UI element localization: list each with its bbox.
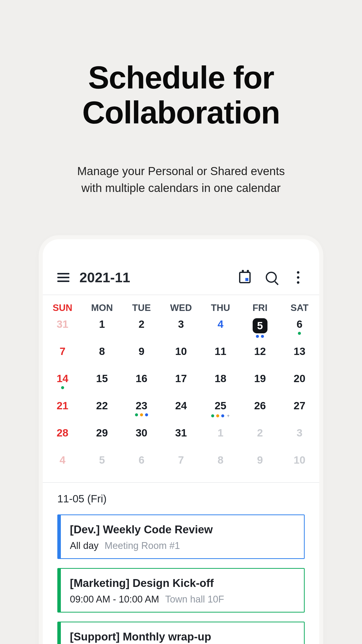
day-number: 27 [294,400,305,412]
day-number: 9 [139,345,144,357]
day-cell[interactable]: 24 [161,399,201,426]
search-icon [266,272,277,283]
day-cell[interactable]: 5 [240,317,280,344]
weeks-container: 3112345678910111213141516171819202122232… [43,317,319,480]
day-cell[interactable]: 12 [240,344,280,372]
event-card[interactable]: [Support] Monthly wrap-up09:00 AM -Meeti… [57,622,305,644]
day-cell[interactable]: 7 [161,453,201,480]
event-dot-icon [298,332,301,335]
day-cell[interactable]: 2 [122,317,161,344]
hero-title: Schedule for Collaboration [20,60,342,130]
day-cell[interactable]: 29 [82,426,122,453]
event-title: [Dev.] Weekly Code Review [70,523,295,536]
event-dot-icon [216,414,219,417]
day-cell[interactable]: 4 [43,453,82,480]
day-cell[interactable]: 16 [122,372,161,399]
day-cell[interactable]: 31 [43,317,82,344]
day-cell[interactable]: 1 [201,426,240,453]
day-number: 4 [217,318,223,330]
day-number: 24 [175,400,187,412]
day-number: 22 [96,400,108,412]
day-cell[interactable]: 3 [280,426,319,453]
more-button[interactable] [292,271,305,284]
day-cell[interactable]: 21 [43,399,82,426]
day-cell[interactable]: 1 [82,317,122,344]
day-cell[interactable]: 9 [122,344,161,372]
day-number: 31 [57,318,68,330]
weekday-label: SAT [280,295,319,317]
day-cell[interactable]: 14 [43,372,82,399]
day-cell[interactable]: 9 [240,453,280,480]
day-cell[interactable]: 22 [82,399,122,426]
day-cell[interactable]: 10 [161,344,201,372]
day-cell[interactable]: 10 [280,453,319,480]
week-row: 2122232425+2627 [43,399,319,426]
day-cell[interactable]: 19 [240,372,280,399]
day-cell[interactable]: 3 [161,317,201,344]
day-number: 11 [215,345,227,357]
day-cell[interactable]: 28 [43,426,82,453]
day-number: 23 [135,400,147,412]
kebab-icon [297,271,299,284]
event-dot-icon [261,335,264,338]
day-cell[interactable]: 2 [240,426,280,453]
event-title: [Support] Monthly wrap-up [70,630,295,643]
weekday-label: THU [201,295,240,317]
day-cell[interactable]: 25+ [201,399,240,426]
day-cell[interactable]: 23 [122,399,161,426]
weekday-label: MON [82,295,122,317]
day-number: 10 [294,454,305,466]
event-location: Town hall 10F [165,594,224,605]
search-button[interactable] [265,271,278,284]
day-number: 1 [99,318,105,330]
week-row: 28293031123 [43,426,319,453]
more-events-icon: + [227,413,230,418]
day-cell[interactable]: 4 [201,317,240,344]
event-dot-icon [211,414,214,417]
event-location: Meeting Room #1 [105,540,180,551]
day-cell[interactable]: 31 [161,426,201,453]
day-cell[interactable]: 8 [82,344,122,372]
today-button[interactable] [238,271,251,284]
day-cell[interactable]: 6 [280,317,319,344]
month-selector[interactable]: 2021-11 [79,269,228,286]
day-cell[interactable]: 27 [280,399,319,426]
day-cell[interactable]: 15 [82,372,122,399]
event-card[interactable]: [Dev.] Weekly Code ReviewAll dayMeeting … [57,514,305,559]
menu-icon[interactable] [57,273,69,282]
day-number: 18 [215,373,227,385]
day-number: 2 [139,318,144,330]
day-cell[interactable]: 6 [122,453,161,480]
day-number: 26 [254,400,266,412]
day-cell[interactable]: 17 [161,372,201,399]
event-indicators [256,335,264,338]
day-number: 19 [254,373,266,385]
day-number: 28 [57,427,68,439]
day-cell[interactable]: 26 [240,399,280,426]
event-meta: 09:00 AM - 10:00 AMTown hall 10F [70,594,295,605]
event-time: 09:00 AM - 10:00 AM [70,594,159,605]
calendar-icon [239,272,251,283]
event-list: [Dev.] Weekly Code ReviewAll dayMeeting … [57,514,305,644]
day-cell[interactable]: 13 [280,344,319,372]
day-cell[interactable]: 5 [82,453,122,480]
day-number: 9 [257,454,263,466]
day-number: 1 [217,427,223,439]
day-number: 6 [297,318,302,330]
calendar-grid: SUNMONTUEWEDTHUFRISAT 311234567891011121… [43,295,319,480]
day-number: 30 [135,427,147,439]
day-number: 16 [135,373,147,385]
day-cell[interactable]: 11 [201,344,240,372]
day-cell[interactable]: 20 [280,372,319,399]
day-cell[interactable]: 30 [122,426,161,453]
day-number: 5 [253,318,267,333]
day-cell[interactable]: 8 [201,453,240,480]
day-cell[interactable]: 7 [43,344,82,372]
event-dot-icon [256,335,259,338]
day-number: 25 [215,400,227,412]
event-card[interactable]: [Marketing] Design Kick-off09:00 AM - 10… [57,568,305,613]
event-dot-icon [145,413,148,416]
event-indicators [298,332,301,335]
day-cell[interactable]: 18 [201,372,240,399]
hero-subtitle: Manage your Personal or Shared events wi… [20,163,342,196]
